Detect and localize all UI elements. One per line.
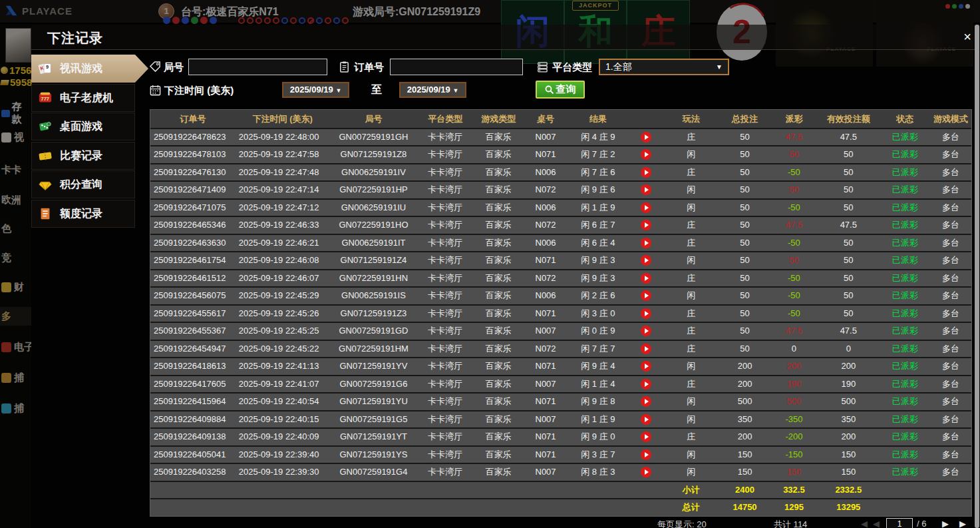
cell-platform: 卡卡湾厅	[417, 341, 473, 358]
cell-mode: 多台	[930, 341, 971, 358]
cell-round: GN071259191Z8	[330, 146, 418, 163]
page-number-input[interactable]: 1	[886, 518, 913, 528]
sidebar-item-slots[interactable]: 777 电子老虎机	[31, 84, 135, 112]
replay-button[interactable]	[641, 431, 651, 442]
cell-valid: 150	[817, 447, 880, 463]
cell-time: 2025-09-19 22:48:00	[236, 129, 330, 146]
prev-page-button[interactable]: ◀	[873, 519, 880, 528]
sidebar-item-table-games[interactable]: 桌面游戏	[31, 113, 135, 140]
replay-button[interactable]	[641, 184, 651, 195]
cell-round: GN071259191YT	[330, 429, 418, 445]
cell-replay	[629, 394, 663, 410]
cell-order: 250919226403258	[150, 464, 236, 481]
cell-mode: 多台	[930, 447, 971, 463]
cell-bet: 500	[719, 394, 771, 410]
replay-button[interactable]	[641, 361, 651, 372]
round-filter-input[interactable]	[188, 59, 327, 75]
cell-status: 已派彩	[880, 447, 930, 463]
replay-button[interactable]	[641, 220, 651, 230]
cell-result: 闲 1 庄 9	[568, 200, 629, 216]
cell-time: 2025-09-19 22:45:25	[236, 323, 330, 340]
cell-time: 2025-09-19 22:46:07	[236, 270, 330, 287]
slots-icon: 777	[38, 91, 53, 105]
replay-button[interactable]	[641, 344, 651, 354]
cell-round: GN072259191HO	[330, 217, 418, 234]
cell-platform: 卡卡湾厅	[417, 411, 473, 428]
sidebar-item-video-games[interactable]: K9 视讯游戏	[31, 55, 148, 83]
modal-title: 下注记录	[47, 29, 103, 47]
replay-button[interactable]	[641, 308, 651, 319]
order-filter-input[interactable]	[390, 59, 523, 75]
replay-button[interactable]	[641, 273, 651, 284]
last-page-button[interactable]: ▶	[959, 519, 966, 528]
cell-result: 闲 6 庄 4	[568, 235, 629, 252]
cell-bet: 200	[719, 358, 771, 375]
modal-scrollbar[interactable]	[975, 25, 979, 528]
clipboard-icon	[338, 61, 351, 73]
cell-bet: 50	[719, 200, 771, 216]
cell-order: 250919226461754	[150, 252, 236, 269]
total-row: 总计 14750 1295 13295	[150, 499, 971, 516]
cell-play: 闲	[663, 394, 719, 410]
table-row: 2509192264091382025-09-19 22:40:09GN0712…	[150, 429, 971, 445]
cell-payout: 50	[770, 252, 817, 269]
cards-icon: K9	[38, 61, 53, 76]
platform-select[interactable]: 1.全部▼	[599, 59, 729, 75]
col-total-bet: 总投注	[719, 110, 771, 128]
cell-play: 庄	[663, 323, 719, 340]
cell-platform: 卡卡湾厅	[417, 182, 473, 198]
cell-result: 闲 6 庄 7	[568, 217, 629, 234]
page-of-label: / 6	[917, 519, 926, 528]
cell-replay	[629, 252, 663, 269]
cell-time: 2025-09-19 22:46:33	[236, 217, 330, 234]
cell-platform: 卡卡湾厅	[417, 288, 473, 304]
date-from-picker[interactable]: 2025/09/19 ▼	[282, 82, 349, 98]
cell-round: GN072259191HP	[330, 182, 418, 198]
replay-button[interactable]	[641, 202, 651, 213]
replay-button[interactable]	[641, 238, 651, 248]
cell-payout: 47.5	[770, 323, 817, 340]
table-row: 2509192264032582025-09-19 22:39:30GN0072…	[150, 464, 971, 481]
cell-result: 闲 3 庄 7	[568, 447, 629, 463]
cell-round: GN006259191IU	[330, 200, 418, 216]
cell-mode: 多台	[930, 129, 971, 146]
replay-button[interactable]	[641, 379, 651, 390]
search-button[interactable]: 查询	[536, 81, 585, 99]
cell-order: 250919226409884	[150, 411, 236, 428]
cell-bet: 200	[719, 376, 771, 393]
replay-button[interactable]	[641, 326, 651, 336]
cell-time: 2025-09-19 22:47:48	[236, 164, 330, 181]
replay-button[interactable]	[641, 467, 651, 477]
first-page-button[interactable]: ◀	[861, 519, 868, 528]
cell-game: 百家乐	[473, 394, 524, 410]
replay-button[interactable]	[641, 167, 651, 178]
table-row: 2509192264186132025-09-19 22:41:13GN0712…	[150, 358, 971, 375]
cell-bet: 50	[719, 341, 771, 358]
cell-round: GN071259191YS	[330, 447, 418, 463]
replay-button[interactable]	[641, 396, 651, 407]
cell-platform: 卡卡湾厅	[417, 252, 473, 269]
replay-button[interactable]	[641, 414, 651, 425]
cell-valid: 50	[817, 182, 880, 198]
cell-table: N007	[524, 376, 568, 393]
date-to-picker[interactable]: 2025/09/19 ▼	[399, 82, 466, 98]
cell-mode: 多台	[930, 182, 971, 198]
table-row: 2509192264786232025-09-19 22:48:00GN0072…	[150, 129, 971, 146]
replay-button[interactable]	[641, 149, 651, 160]
replay-button[interactable]	[641, 132, 651, 142]
replay-button[interactable]	[641, 290, 651, 301]
cell-order: 250919226463630	[150, 235, 236, 252]
replay-button[interactable]	[641, 449, 651, 460]
sidebar-item-points-query[interactable]: 积分查询	[31, 170, 135, 198]
sidebar-item-label: 积分查询	[60, 170, 102, 198]
document-icon	[38, 206, 53, 221]
cell-mode: 多台	[930, 252, 971, 269]
cell-table: N006	[524, 235, 568, 252]
sidebar-item-match-records[interactable]: 比赛记录	[31, 142, 135, 170]
sidebar-item-quota-records[interactable]: 额度记录	[31, 200, 135, 228]
cell-game: 百家乐	[473, 323, 524, 340]
close-icon[interactable]: ×	[959, 28, 976, 45]
next-page-button[interactable]: ▶	[942, 519, 949, 528]
replay-button[interactable]	[641, 255, 651, 266]
cell-replay	[629, 164, 663, 181]
